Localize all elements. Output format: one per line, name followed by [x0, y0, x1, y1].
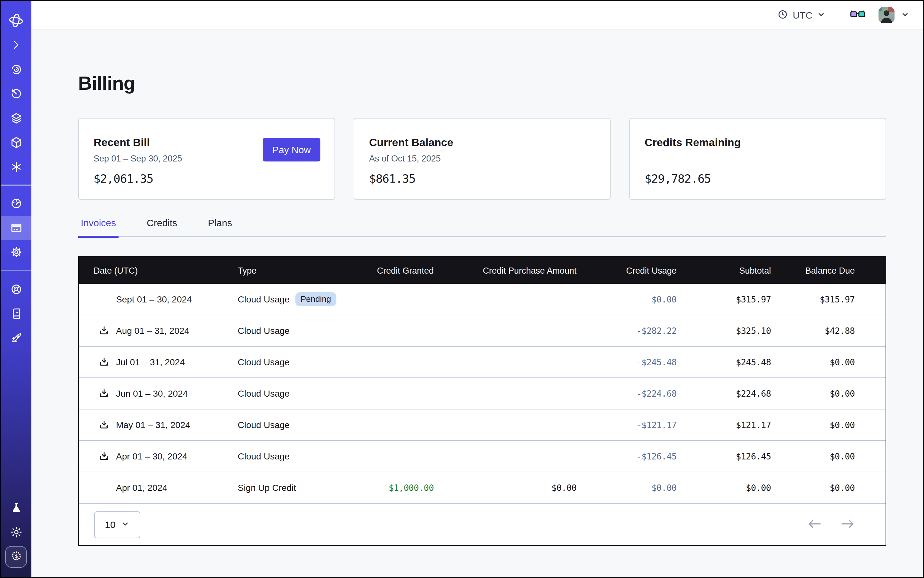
sidebar-divider — [1, 270, 31, 271]
invoice-date: Apr 01, 2024 — [116, 482, 167, 493]
helm-wheel-icon — [9, 282, 23, 296]
credit-purchase-value: $0.00 — [551, 482, 576, 493]
table-row: Jul 01 – 31, 2024Cloud Usage-$245.48$245… — [79, 346, 885, 378]
balance-due-value: $42.88 — [825, 326, 855, 336]
subtotal-value: $325.10 — [736, 326, 771, 336]
svg-text:$: $ — [15, 553, 18, 559]
subtotal-value: $0.00 — [746, 482, 771, 493]
table-row: Sept 01 – 30, 2024Cloud UsagePending$0.0… — [79, 284, 885, 315]
page-size-select[interactable]: 10 — [94, 511, 140, 538]
sidebar-item-history[interactable] — [1, 81, 31, 106]
app-logo[interactable] — [1, 8, 31, 32]
card-subtitle: As of Oct 15, 2025 — [369, 153, 595, 164]
card-title: Credits Remaining — [645, 136, 871, 149]
recent-bill-amount: $2,061.35 — [94, 172, 153, 185]
asterisk-icon — [9, 160, 23, 173]
invoice-type: Cloud Usage — [238, 388, 290, 399]
current-balance-card: Current Balance As of Oct 15, 2025 $861.… — [354, 118, 611, 200]
billing-page: Billing Recent Bill Sep 01 – Sep 30, 202… — [31, 30, 923, 577]
table-row: Jun 01 – 30, 2024Cloud Usage-$224.68$224… — [79, 378, 885, 409]
avatar — [879, 7, 895, 23]
sidebar-item-traces[interactable] — [1, 57, 31, 81]
clock-history-icon — [9, 87, 23, 100]
tab-credits[interactable]: Credits — [144, 217, 180, 237]
credits-badge-button[interactable]: $ — [5, 546, 27, 568]
chevron-right-icon — [10, 39, 22, 50]
clock-icon — [777, 9, 788, 21]
sidebar-item-usage[interactable] — [1, 191, 31, 216]
download-invoice-icon[interactable] — [97, 324, 110, 337]
chevron-down-icon — [901, 9, 909, 21]
credit-usage-value: -$245.48 — [637, 357, 677, 367]
topbar: UTC — [31, 1, 923, 30]
balance-due-value: $0.00 — [830, 420, 855, 430]
invoice-type: Cloud Usage — [238, 357, 290, 367]
sidebar-item-theme[interactable] — [1, 520, 31, 544]
download-invoice-icon[interactable] — [97, 356, 110, 369]
sidebar: $ — [1, 1, 31, 577]
sidebar-item-labs[interactable] — [1, 495, 31, 520]
gear-icon — [9, 245, 23, 259]
invoice-type: Cloud Usage — [238, 326, 290, 336]
credits-remaining-amount: $29,782.65 — [645, 172, 711, 185]
balance-due-value: $0.00 — [830, 451, 855, 461]
layers-icon — [9, 111, 23, 125]
page-size-value: 10 — [105, 519, 115, 530]
subtotal-value: $245.48 — [736, 357, 771, 367]
col-date: Date (UTC) — [79, 257, 238, 284]
tab-invoices[interactable]: Invoices — [78, 217, 119, 237]
invoice-date: Jul 01 – 31, 2024 — [116, 357, 185, 367]
timezone-selector[interactable]: UTC — [777, 9, 825, 21]
subtotal-value: $224.68 — [736, 388, 771, 399]
tab-plans[interactable]: Plans — [205, 217, 234, 237]
table-row: May 01 – 31, 2024Cloud Usage-$121.17$121… — [79, 409, 885, 440]
balance-due-value: $315.97 — [820, 294, 855, 304]
balance-due-value: $0.00 — [830, 388, 855, 399]
col-subtotal: Subtotal — [677, 257, 771, 284]
account-menu[interactable] — [879, 7, 909, 23]
sidebar-item-getting-started[interactable] — [1, 326, 31, 350]
icon-spacer — [97, 481, 110, 494]
prev-page-button[interactable] — [807, 518, 822, 531]
sidebar-item-settings[interactable] — [1, 240, 31, 264]
reader-glasses-button[interactable] — [850, 9, 866, 21]
col-balance-due: Balance Due — [771, 257, 885, 284]
recent-bill-card: Recent Bill Sep 01 – Sep 30, 2025 $2,061… — [78, 118, 335, 200]
col-credit-purchase: Credit Purchase Amount — [434, 257, 577, 284]
sidebar-item-support[interactable] — [1, 277, 31, 301]
invoice-date: Jun 01 – 30, 2024 — [116, 388, 188, 399]
download-invoice-icon[interactable] — [97, 419, 110, 431]
download-invoice-icon[interactable] — [97, 450, 110, 463]
balance-due-value: $0.00 — [830, 357, 855, 367]
sidebar-item-asterisk[interactable] — [1, 154, 31, 179]
arrow-left-icon — [807, 518, 822, 531]
sidebar-item-cube[interactable] — [1, 130, 31, 154]
chevron-down-icon — [122, 519, 130, 530]
sidebar-item-layers[interactable] — [1, 106, 31, 130]
invoice-type: Cloud Usage — [238, 294, 290, 304]
table-row: Apr 01, 2024Sign Up Credit$1,000.00$0.00… — [79, 472, 885, 503]
page-title: Billing — [78, 74, 886, 93]
credit-card-icon — [9, 221, 23, 235]
credit-usage-value: $0.00 — [651, 482, 676, 493]
invoice-date: Sept 01 – 30, 2024 — [116, 294, 192, 304]
next-page-button[interactable] — [840, 518, 855, 531]
subtotal-value: $315.97 — [736, 294, 771, 304]
chevron-down-icon — [817, 10, 825, 21]
sidebar-item-billing[interactable] — [1, 216, 31, 240]
card-title: Current Balance — [369, 136, 595, 149]
cube-icon — [9, 136, 23, 149]
download-invoice-icon[interactable] — [97, 387, 110, 400]
flask-icon — [9, 501, 23, 514]
sun-icon — [9, 525, 23, 539]
table-footer: 10 — [79, 503, 885, 546]
sidebar-item-docs[interactable] — [1, 301, 31, 326]
sidebar-item-expand[interactable] — [1, 32, 31, 57]
pay-now-button[interactable]: Pay Now — [263, 138, 320, 161]
billing-tabs: Invoices Credits Plans — [78, 217, 886, 237]
timezone-label: UTC — [792, 10, 812, 21]
sidebar-divider — [1, 185, 31, 185]
col-credit-usage: Credit Usage — [577, 257, 677, 284]
invoice-type: Cloud Usage — [238, 451, 290, 461]
current-balance-amount: $861.35 — [369, 172, 416, 185]
